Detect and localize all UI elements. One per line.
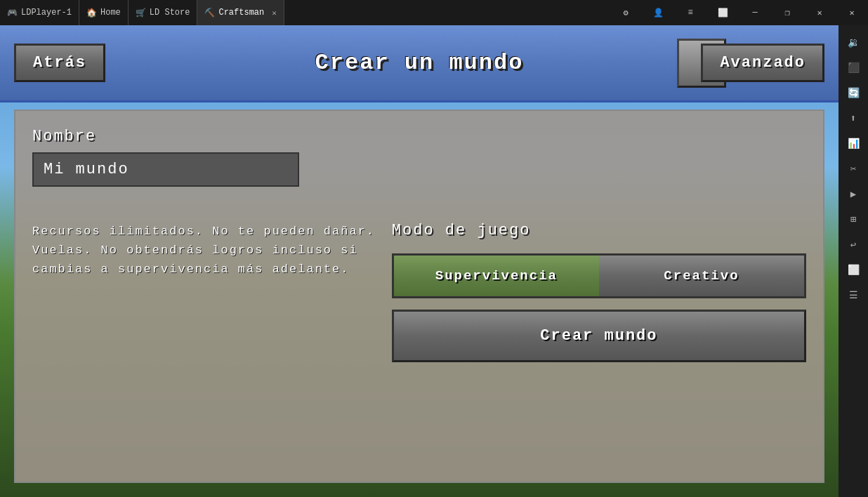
sidebar-rotate[interactable]: 🔄 — [842, 81, 864, 104]
sidebar-scissors[interactable]: ✂ — [842, 157, 864, 180]
tab-ldplayer[interactable]: 🎮 LDPlayer-1 — [0, 0, 79, 25]
sidebar-chart[interactable]: 📊 — [842, 132, 864, 154]
header-bar: Atrás Crear un mundo Avanzado — [0, 25, 839, 102]
back-button[interactable]: Atrás — [14, 44, 105, 82]
settings-icon[interactable]: ⚙ — [610, 0, 642, 25]
sidebar-volume-down[interactable]: 🔉 — [842, 31, 864, 53]
extra-icon[interactable]: ✕ — [836, 0, 868, 25]
tab-ldplayer-label: LDPlayer-1 — [21, 8, 72, 18]
ldstore-icon: 🛒 — [136, 8, 146, 18]
tab-craftsman[interactable]: ⛏️ Craftsman ✕ — [197, 0, 284, 25]
nombre-label: Nombre — [32, 128, 806, 145]
sidebar-screen[interactable]: ⬛ — [842, 56, 864, 79]
supervivencia-button[interactable]: Supervivencia — [392, 253, 599, 298]
craftsman-icon: ⛏️ — [204, 8, 215, 18]
description-text: Recursos ilimitados. No te pueden dañar.… — [32, 222, 378, 362]
tab-ldstore[interactable]: 🛒 LD Store — [129, 0, 198, 25]
ldplayer-icon: 🎮 — [7, 8, 18, 18]
creativo-button[interactable]: Creativo — [599, 253, 806, 298]
advanced-button[interactable]: Avanzado — [701, 44, 824, 82]
crear-mundo-button[interactable]: Crear mundo — [392, 310, 806, 362]
mode-buttons: Supervivencia Creativo — [392, 253, 806, 298]
sidebar-grid[interactable]: ⊞ — [842, 208, 864, 230]
nombre-input[interactable] — [32, 152, 299, 187]
restore-small-icon[interactable]: ⬜ — [706, 0, 739, 25]
menu-icon[interactable]: ≡ — [674, 0, 706, 25]
home-icon: 🏠 — [86, 8, 97, 18]
tab-home-label: Home — [100, 8, 121, 18]
taskbar: 🎮 LDPlayer-1 🏠 Home 🛒 LD Store ⛏️ Crafts… — [0, 0, 868, 25]
window-controls: ⚙ 👤 ≡ ⬜ — ❐ ✕ ✕ — [610, 0, 868, 25]
sidebar-apps[interactable]: ☰ — [842, 284, 864, 306]
lower-section: Recursos ilimitados. No te pueden dañar.… — [32, 222, 806, 362]
sidebar-back[interactable]: ↩ — [842, 233, 864, 256]
content-panel: Nombre Recursos ilimitados. No te pueden… — [14, 110, 824, 483]
tab-ldstore-label: LD Store — [150, 8, 190, 18]
tab-home[interactable]: 🏠 Home — [79, 0, 129, 25]
right-panel: Modo de juego Supervivencia Creativo Cre… — [392, 222, 806, 362]
sidebar-home[interactable]: ⬜ — [842, 258, 864, 281]
game-area: Atrás Crear un mundo Avanzado Nombre Rec… — [0, 25, 839, 497]
account-icon[interactable]: 👤 — [642, 0, 674, 25]
sidebar-import[interactable]: ⬆ — [842, 107, 864, 129]
modo-label: Modo de juego — [392, 222, 806, 239]
right-sidebar: 🔊 🔉 ⬛ 🔄 ⬆ 📊 ✂ ▶ ⊞ ↩ ⬜ ☰ — [839, 0, 868, 497]
tab-craftsman-label: Craftsman — [218, 8, 264, 18]
tab-close-craftsman[interactable]: ✕ — [272, 8, 277, 18]
minimize-button[interactable]: — — [739, 0, 771, 25]
sidebar-play[interactable]: ▶ — [842, 183, 864, 205]
close-button[interactable]: ✕ — [803, 0, 836, 25]
page-title: Crear un mundo — [315, 50, 524, 76]
maximize-button[interactable]: ❐ — [771, 0, 803, 25]
